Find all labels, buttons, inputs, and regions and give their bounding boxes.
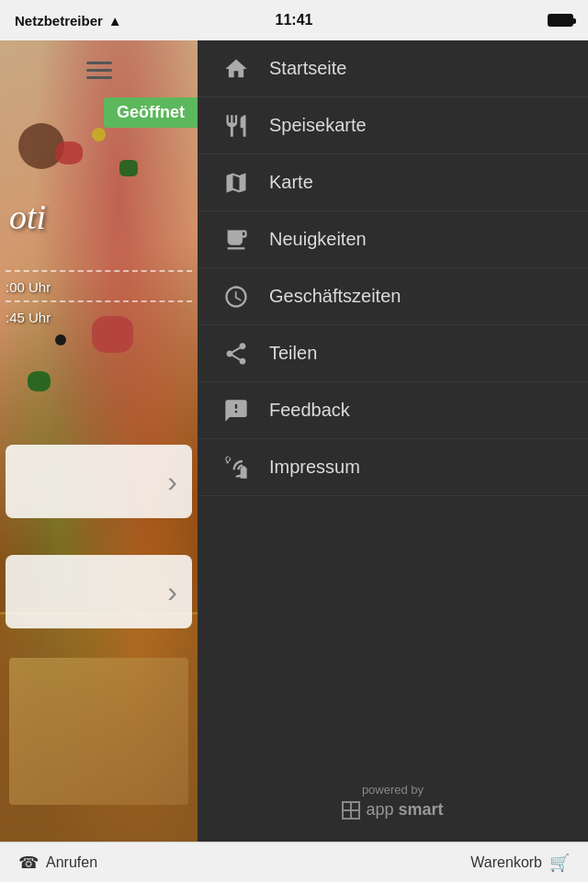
handshake-icon — [220, 451, 253, 484]
signal-icon: ▲ — [108, 13, 122, 28]
hamburger-line-2 — [86, 69, 112, 72]
menu-label-karte: Karte — [269, 172, 313, 193]
menu-item-feedback[interactable]: Feedback — [198, 382, 588, 439]
menu-label-geschaeftszeiten: Geschäftszeiten — [269, 286, 401, 307]
menu-item-startseite[interactable]: Startseite — [198, 40, 588, 97]
map-icon — [220, 166, 253, 199]
promo-box-1[interactable]: › — [6, 445, 192, 518]
clock-icon — [220, 280, 253, 313]
hamburger-line-3 — [86, 76, 112, 79]
menu-item-karte[interactable]: Karte — [198, 154, 588, 211]
cart-button[interactable]: Warenkorb 🛒 — [470, 853, 570, 873]
menu-label-startseite: Startseite — [269, 58, 346, 79]
home-icon — [220, 52, 253, 85]
app-smart-text: app smart — [366, 800, 443, 820]
promo-arrow-2: › — [167, 575, 177, 609]
carrier-name: Netzbetreiber — [15, 13, 103, 28]
menu-list: Startseite Speisekarte Karte — [198, 40, 588, 761]
hours-divider-bottom — [6, 300, 192, 302]
hours-section: :00 Uhr :45 Uhr — [6, 270, 192, 331]
menu-item-teilen[interactable]: Teilen — [198, 325, 588, 382]
phone-icon: ☎ — [18, 853, 39, 873]
app-container: Geöffnet oti :00 Uhr :45 Uhr › › — [0, 40, 588, 842]
menu-label-impressum: Impressum — [269, 457, 360, 478]
hours-divider-top — [6, 270, 192, 272]
left-panel: Geöffnet oti :00 Uhr :45 Uhr › › — [0, 40, 198, 842]
menu-label-feedback: Feedback — [269, 400, 350, 421]
app-smart-icon — [342, 801, 360, 820]
promo-arrow-1: › — [167, 465, 177, 499]
menu-item-neuigkeiten[interactable]: Neuigkeiten — [198, 211, 588, 268]
feedback-icon — [220, 394, 253, 427]
call-button[interactable]: ☎ Anrufen — [18, 853, 97, 873]
battery-icon — [548, 14, 573, 27]
powered-by-label: powered by — [220, 783, 566, 797]
menu-item-speisekarte[interactable]: Speisekarte — [198, 97, 588, 154]
hours-line-1: :00 Uhr — [6, 279, 192, 295]
menu-label-neuigkeiten: Neuigkeiten — [269, 229, 367, 250]
menu-item-impressum[interactable]: Impressum — [198, 439, 588, 496]
menu-item-geschaeftszeiten[interactable]: Geschäftszeiten — [198, 268, 588, 325]
menu-label-speisekarte: Speisekarte — [269, 115, 367, 136]
open-badge: Geöffnet — [104, 97, 198, 128]
status-icons — [548, 14, 573, 27]
fork-icon — [220, 109, 253, 142]
call-label: Anrufen — [46, 854, 97, 871]
cart-label: Warenkorb — [470, 854, 542, 871]
share-icon — [220, 337, 253, 370]
food-background — [0, 40, 198, 842]
right-panel: Startseite Speisekarte Karte — [198, 40, 588, 842]
hamburger-line-1 — [86, 62, 112, 64]
bottom-bar: ☎ Anrufen Warenkorb 🛒 — [0, 842, 588, 882]
cart-icon: 🛒 — [549, 853, 570, 873]
menu-label-teilen: Teilen — [269, 343, 317, 364]
carrier-info: Netzbetreiber ▲ — [15, 13, 122, 28]
hamburger-button[interactable] — [79, 50, 119, 90]
promo-box-2[interactable]: › — [6, 555, 192, 628]
news-icon — [220, 223, 253, 256]
hours-line-2: :45 Uhr — [6, 310, 192, 325]
time-display: 11:41 — [276, 12, 313, 28]
status-bar: Netzbetreiber ▲ 11:41 — [0, 0, 588, 40]
restaurant-name: oti — [9, 197, 46, 237]
app-smart-logo: app smart — [220, 800, 566, 820]
powered-by-section: powered by app smart — [198, 761, 588, 842]
